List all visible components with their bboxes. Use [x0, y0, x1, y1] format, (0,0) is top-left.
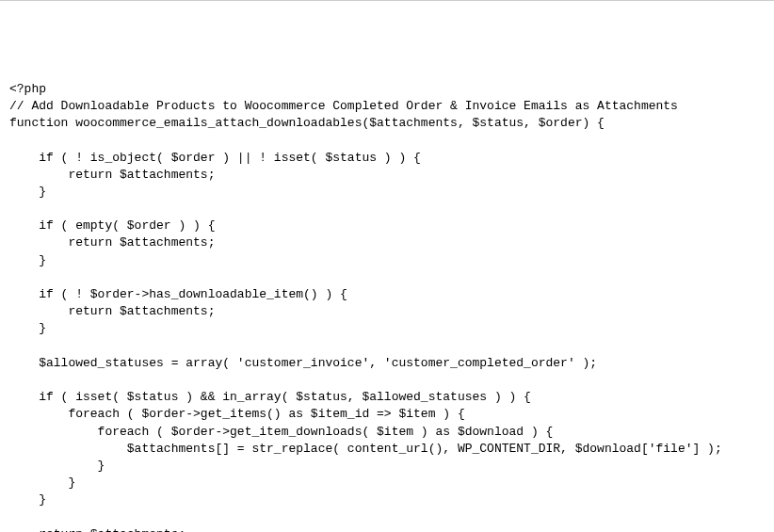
- code-line: $allowed_statuses = array( 'customer_inv…: [9, 356, 597, 370]
- code-line: }: [9, 185, 46, 199]
- code-line: function woocommerce_emails_attach_downl…: [9, 116, 605, 130]
- code-line: return $attachments;: [9, 168, 215, 182]
- code-line: foreach ( $order->get_items() as $item_i…: [9, 407, 465, 421]
- code-line: $attachments[] = str_replace( content_ur…: [9, 442, 722, 456]
- code-line: }: [9, 476, 75, 490]
- code-line: }: [9, 253, 46, 267]
- code-line: return $attachments;: [9, 235, 215, 250]
- code-line: <?php: [9, 82, 46, 96]
- code-line: // Add Downloadable Products to Woocomme…: [9, 99, 678, 113]
- code-line: if ( ! is_object( $order ) || ! isset( $…: [9, 151, 421, 165]
- code-line: }: [9, 321, 46, 335]
- code-line: if ( isset( $status ) && in_array( $stat…: [9, 390, 531, 404]
- code-line: }: [9, 459, 105, 473]
- code-line: foreach ( $order->get_item_downloads( $i…: [9, 425, 553, 439]
- code-line: if ( ! $order->has_downloadable_item() )…: [9, 287, 347, 301]
- code-line: return $attachments;: [9, 304, 215, 318]
- code-line: if ( empty( $order ) ) {: [9, 218, 215, 233]
- code-block: <?php // Add Downloadable Products to Wo…: [9, 81, 765, 532]
- code-line: }: [9, 492, 46, 507]
- code-line: return $attachments;: [9, 527, 185, 532]
